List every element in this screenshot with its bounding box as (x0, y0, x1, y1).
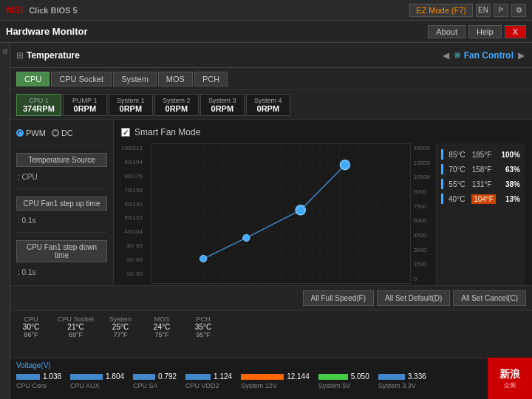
temp-tab-icon: ⊞ (16, 50, 24, 61)
temp-f-3-highlight: 104°F (471, 194, 496, 204)
pwm-radio[interactable]: PWM (16, 129, 46, 137)
rpm-label-9: 0 (414, 276, 430, 282)
svg-point-21 (296, 205, 305, 215)
fan-control-label: Fan Control (464, 50, 514, 61)
stat-cpu-socket-name: CPU Socket (58, 316, 94, 323)
chart-wrapper: 100/212 90/194 80/176 70/158 60/140 50/1… (121, 143, 525, 285)
volt-cpu-aux-bar (70, 374, 103, 380)
top-bar-right: EZ Mode (F7) EN 🏳 ⚙ (409, 4, 526, 17)
all-set-default-button[interactable]: All Set Default(D) (377, 290, 450, 306)
y-label-4: 60/140 (121, 201, 143, 208)
help-button[interactable]: Help (468, 25, 502, 38)
all-set-cancel-button[interactable]: All Set Cancel(C) (453, 290, 526, 306)
fan-sys4-rpm: 0RPM (253, 104, 284, 113)
temp-row-0: 85°C 185°F 100% (441, 149, 520, 160)
bottom-temp-stats: CPU 30°C 86°F CPU Socket 21°C 69°F Syste… (10, 310, 532, 358)
rpm-label-3: 9000 (414, 188, 430, 195)
lang-icon[interactable]: EN (476, 4, 491, 17)
dc-radio[interactable]: DC (52, 129, 73, 137)
svg-point-20 (243, 234, 250, 241)
chart-y-labels-left: 100/212 90/194 80/176 70/158 60/140 50/1… (121, 143, 143, 285)
subtab-cpu[interactable]: CPU (16, 72, 50, 86)
fan-step-up-value: : 0.1s (16, 216, 107, 225)
svg-point-19 (200, 255, 206, 262)
stat-mos: MOS 24°C 75°F (147, 316, 177, 338)
rpm-label-0: 15000 (414, 145, 430, 151)
temp-c-3: 40°C (449, 195, 469, 203)
fan-sys1-rpm: 0RPM (115, 104, 146, 113)
fan-sys3[interactable]: System 3 0RPM (200, 94, 245, 116)
fan-sys2-name: System 2 (161, 97, 192, 104)
fan-sys1-name: System 1 (115, 97, 146, 104)
volt-sys-33v-val: 3.336 (408, 372, 426, 381)
y-label-0: 100/212 (121, 145, 143, 151)
rpm-label-7: 3000 (414, 247, 430, 253)
fan-cpu1[interactable]: CPU 1 374RPM (16, 94, 61, 116)
tab-nav-left[interactable]: ◀ (441, 50, 451, 61)
temp-c-1: 70°C (449, 166, 469, 174)
temp-pct-2: 38% (498, 180, 520, 188)
stat-cpu-socket-c: 21°C (58, 323, 94, 331)
temp-bar-0 (441, 149, 443, 160)
smart-fan-checkbox[interactable]: ✓ (121, 128, 130, 137)
fan-pump1[interactable]: PUMP 1 0RPM (63, 94, 107, 116)
volt-sys-12v-val: 12.144 (287, 372, 310, 381)
temp-f-1: 158°F (472, 166, 496, 174)
subtab-pch[interactable]: PCH (194, 72, 228, 86)
temp-source-button[interactable]: Temperature Source (16, 153, 107, 167)
msi-logo: MSI (6, 4, 23, 16)
stat-pch: PCH 35°C 95°F (188, 316, 218, 338)
stat-cpu: CPU 30°C 86°F (16, 316, 46, 338)
fan-step-down-button[interactable]: CPU Fan1 step down time (16, 240, 107, 262)
flag-icon[interactable]: 🏳 (494, 4, 508, 17)
fan-control-tab[interactable]: ❋ Fan Control (454, 50, 514, 61)
divider1 (16, 145, 107, 146)
stat-mos-name: MOS (147, 316, 177, 323)
temp-stat-group: CPU 30°C 86°F CPU Socket 21°C 69°F Syste… (16, 316, 218, 353)
divider2 (16, 188, 107, 189)
close-button[interactable]: X (505, 25, 526, 38)
temp-row-3: 40°C 104°F 13% (441, 194, 520, 204)
action-buttons: All Full Speed(F) All Set Default(D) All… (10, 285, 532, 310)
divider3 (16, 232, 107, 233)
fan-step-up-button[interactable]: CPU Fan1 step up time (16, 197, 107, 211)
fan-sys2[interactable]: System 2 0RPM (154, 94, 199, 116)
fan-curve-chart[interactable] (151, 143, 411, 284)
fan-sys4[interactable]: System 4 0RPM (246, 94, 290, 116)
fan-sys1[interactable]: System 1 0RPM (109, 94, 153, 116)
tab-nav-right[interactable]: ▶ (516, 50, 526, 61)
temp-pct-3: 13% (498, 195, 520, 203)
volt-sys-5v-bar (318, 374, 348, 380)
stat-cpu-socket-f: 69°F (58, 331, 94, 338)
stat-system: System 25°C 77°F (106, 316, 135, 338)
fan-speed-bar: CPU 1 374RPM PUMP 1 0RPM System 1 0RPM S… (10, 90, 532, 120)
subtab-system[interactable]: System (113, 72, 157, 86)
y-label-1: 90/194 (121, 159, 143, 166)
chart-svg-area: 15000 13500 10500 9000 7500 6000 4500 30… (151, 143, 430, 284)
stat-pch-f: 95°F (188, 331, 218, 338)
bios-title: Click BIOS 5 (29, 6, 77, 15)
rpm-label-1: 13500 (414, 160, 430, 166)
temp-bar-2 (441, 179, 443, 189)
volt-cpu-core-bar (16, 374, 40, 380)
volt-cpu-vdd2-val: 1.124 (214, 372, 232, 381)
temp-row-2: 55°C 131°F 38% (441, 179, 520, 189)
stat-mos-f: 75°F (147, 331, 177, 338)
stat-system-c: 25°C (106, 323, 135, 331)
about-button[interactable]: About (428, 25, 466, 38)
smart-fan-label: Smart Fan Mode (134, 127, 200, 137)
subtab-cpu-socket[interactable]: CPU Socket (51, 72, 112, 86)
y-label-9: 10/ 50 (121, 270, 143, 277)
checkbox-check: ✓ (123, 129, 129, 137)
fan-pump1-name: PUMP 1 (69, 97, 100, 104)
volt-sys-12v: 12.144 System 12V (241, 372, 310, 389)
main-content: G ⊞ Temperature ◀ ❋ Fan Control ▶ (0, 43, 532, 399)
dc-label: DC (61, 129, 73, 137)
all-full-speed-button[interactable]: All Full Speed(F) (303, 290, 374, 306)
settings-icon[interactable]: ⚙ (511, 4, 526, 17)
pwm-label: PWM (26, 129, 46, 137)
ez-mode-button[interactable]: EZ Mode (F7) (409, 4, 473, 17)
volt-cpu-aux-val: 1.804 (106, 372, 124, 381)
volt-cpu-aux-name: CPU AUX (70, 382, 100, 389)
subtab-mos[interactable]: MOS (158, 72, 193, 86)
